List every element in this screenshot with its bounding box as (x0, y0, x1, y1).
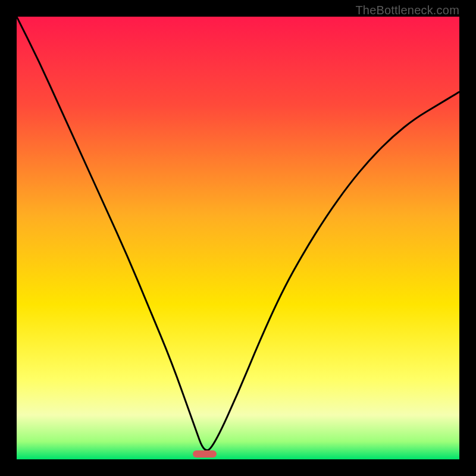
outer-frame: TheBottleneck.com (0, 0, 476, 476)
curve-layer (17, 17, 459, 459)
bottleneck-curve (17, 17, 459, 450)
watermark-text: TheBottleneck.com (355, 4, 459, 17)
plot-area (17, 17, 459, 459)
minimum-marker (193, 450, 217, 458)
